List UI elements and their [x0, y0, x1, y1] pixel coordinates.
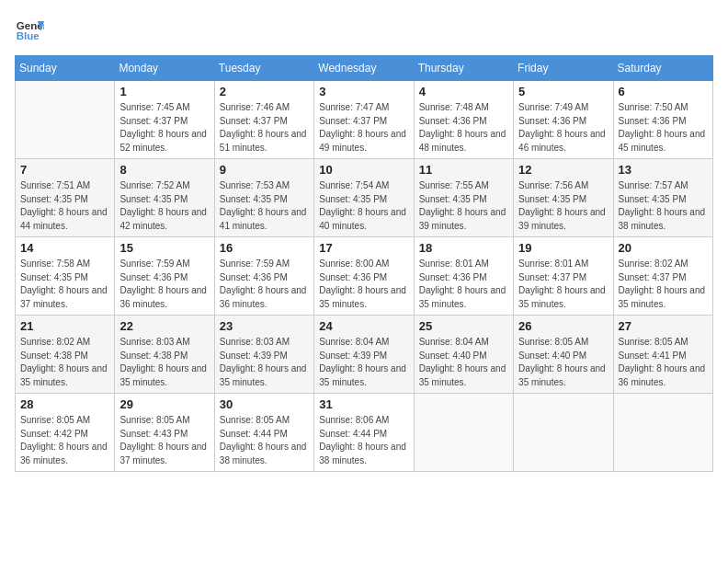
day-info: Sunrise: 7:50 AM Sunset: 4:36 PM Dayligh… — [619, 101, 708, 155]
calendar-cell: 15 Sunrise: 7:59 AM Sunset: 4:36 PM Dayl… — [115, 237, 214, 316]
calendar-cell: 28 Sunrise: 8:05 AM Sunset: 4:42 PM Dayl… — [16, 394, 115, 472]
weekday-header-friday: Friday — [514, 56, 613, 81]
calendar-cell: 21 Sunrise: 8:02 AM Sunset: 4:38 PM Dayl… — [16, 316, 115, 394]
weekday-header-wednesday: Wednesday — [314, 56, 414, 81]
day-number: 2 — [220, 85, 309, 98]
calendar-cell: 1 Sunrise: 7:45 AM Sunset: 4:37 PM Dayli… — [115, 81, 214, 159]
day-number: 13 — [619, 163, 708, 177]
day-info: Sunrise: 8:03 AM Sunset: 4:38 PM Dayligh… — [119, 336, 209, 389]
day-number: 31 — [319, 397, 408, 411]
day-info: Sunrise: 7:52 AM Sunset: 4:35 PM Dayligh… — [119, 179, 209, 233]
weekday-header-tuesday: Tuesday — [214, 56, 313, 81]
calendar-cell: 3 Sunrise: 7:47 AM Sunset: 4:37 PM Dayli… — [314, 81, 414, 159]
calendar-cell: 25 Sunrise: 8:04 AM Sunset: 4:40 PM Dayl… — [414, 316, 513, 394]
day-info: Sunrise: 7:51 AM Sunset: 4:35 PM Dayligh… — [20, 179, 109, 233]
weekday-header-monday: Monday — [115, 56, 214, 81]
day-number: 12 — [518, 163, 608, 177]
day-info: Sunrise: 8:00 AM Sunset: 4:36 PM Dayligh… — [319, 258, 408, 311]
day-number: 16 — [220, 241, 309, 255]
calendar-cell: 26 Sunrise: 8:05 AM Sunset: 4:40 PM Dayl… — [514, 316, 613, 394]
day-info: Sunrise: 7:49 AM Sunset: 4:36 PM Dayligh… — [518, 101, 608, 155]
day-info: Sunrise: 7:48 AM Sunset: 4:36 PM Dayligh… — [419, 101, 508, 155]
weekday-header-sunday: Sunday — [16, 56, 115, 81]
day-number: 25 — [419, 319, 508, 333]
calendar-cell: 4 Sunrise: 7:48 AM Sunset: 4:36 PM Dayli… — [414, 81, 513, 159]
calendar-cell: 8 Sunrise: 7:52 AM Sunset: 4:35 PM Dayli… — [115, 159, 214, 237]
calendar-cell — [16, 81, 115, 159]
day-number: 28 — [20, 397, 109, 411]
calendar-cell: 12 Sunrise: 7:56 AM Sunset: 4:35 PM Dayl… — [514, 159, 613, 237]
calendar-cell: 20 Sunrise: 8:02 AM Sunset: 4:37 PM Dayl… — [613, 237, 712, 316]
day-info: Sunrise: 7:58 AM Sunset: 4:35 PM Dayligh… — [20, 258, 109, 311]
logo-icon: General Blue — [15, 15, 44, 44]
day-number: 18 — [419, 241, 508, 255]
day-number: 27 — [619, 319, 708, 333]
day-info: Sunrise: 8:05 AM Sunset: 4:41 PM Dayligh… — [619, 336, 708, 389]
calendar-cell: 10 Sunrise: 7:54 AM Sunset: 4:35 PM Dayl… — [314, 159, 414, 237]
calendar-cell: 17 Sunrise: 8:00 AM Sunset: 4:36 PM Dayl… — [314, 237, 414, 316]
day-info: Sunrise: 7:53 AM Sunset: 4:35 PM Dayligh… — [220, 179, 309, 233]
day-number: 22 — [119, 319, 209, 333]
calendar-cell: 19 Sunrise: 8:01 AM Sunset: 4:37 PM Dayl… — [514, 237, 613, 316]
day-number: 7 — [20, 163, 109, 177]
calendar-cell: 6 Sunrise: 7:50 AM Sunset: 4:36 PM Dayli… — [613, 81, 712, 159]
day-info: Sunrise: 8:05 AM Sunset: 4:43 PM Dayligh… — [119, 414, 209, 467]
day-info: Sunrise: 8:04 AM Sunset: 4:40 PM Dayligh… — [419, 336, 508, 389]
calendar-cell: 30 Sunrise: 8:05 AM Sunset: 4:44 PM Dayl… — [214, 394, 313, 472]
logo: General Blue — [15, 15, 44, 44]
day-number: 30 — [220, 397, 309, 411]
day-info: Sunrise: 8:05 AM Sunset: 4:40 PM Dayligh… — [518, 336, 608, 389]
calendar-cell: 23 Sunrise: 8:03 AM Sunset: 4:39 PM Dayl… — [214, 316, 313, 394]
calendar-table: SundayMondayTuesdayWednesdayThursdayFrid… — [15, 55, 713, 472]
day-info: Sunrise: 7:47 AM Sunset: 4:37 PM Dayligh… — [319, 101, 408, 155]
day-number: 8 — [119, 163, 209, 177]
calendar-cell: 5 Sunrise: 7:49 AM Sunset: 4:36 PM Dayli… — [514, 81, 613, 159]
day-info: Sunrise: 8:02 AM Sunset: 4:37 PM Dayligh… — [619, 258, 708, 311]
day-info: Sunrise: 8:03 AM Sunset: 4:39 PM Dayligh… — [220, 336, 309, 389]
day-info: Sunrise: 7:55 AM Sunset: 4:35 PM Dayligh… — [419, 179, 508, 233]
day-info: Sunrise: 7:59 AM Sunset: 4:36 PM Dayligh… — [220, 258, 309, 311]
calendar-cell: 2 Sunrise: 7:46 AM Sunset: 4:37 PM Dayli… — [214, 81, 313, 159]
day-info: Sunrise: 7:45 AM Sunset: 4:37 PM Dayligh… — [119, 101, 209, 155]
weekday-header-thursday: Thursday — [414, 56, 513, 81]
day-info: Sunrise: 7:46 AM Sunset: 4:37 PM Dayligh… — [220, 101, 309, 155]
calendar-cell: 18 Sunrise: 8:01 AM Sunset: 4:36 PM Dayl… — [414, 237, 513, 316]
day-info: Sunrise: 8:01 AM Sunset: 4:37 PM Dayligh… — [518, 258, 608, 311]
day-info: Sunrise: 8:02 AM Sunset: 4:38 PM Dayligh… — [20, 336, 109, 389]
calendar-cell: 22 Sunrise: 8:03 AM Sunset: 4:38 PM Dayl… — [115, 316, 214, 394]
day-number: 9 — [220, 163, 309, 177]
calendar-cell — [613, 394, 712, 472]
day-info: Sunrise: 8:06 AM Sunset: 4:44 PM Dayligh… — [319, 414, 408, 467]
day-info: Sunrise: 7:54 AM Sunset: 4:35 PM Dayligh… — [319, 179, 408, 233]
day-number: 15 — [119, 241, 209, 255]
day-number: 6 — [619, 85, 708, 98]
day-info: Sunrise: 8:01 AM Sunset: 4:36 PM Dayligh… — [419, 258, 508, 311]
day-info: Sunrise: 8:05 AM Sunset: 4:44 PM Dayligh… — [220, 414, 309, 467]
day-info: Sunrise: 7:59 AM Sunset: 4:36 PM Dayligh… — [119, 258, 209, 311]
day-number: 24 — [319, 319, 408, 333]
day-number: 26 — [518, 319, 608, 333]
day-number: 1 — [119, 85, 209, 98]
day-number: 4 — [419, 85, 508, 98]
calendar-cell: 11 Sunrise: 7:55 AM Sunset: 4:35 PM Dayl… — [414, 159, 513, 237]
day-number: 3 — [319, 85, 408, 98]
calendar-cell: 14 Sunrise: 7:58 AM Sunset: 4:35 PM Dayl… — [16, 237, 115, 316]
calendar-cell: 13 Sunrise: 7:57 AM Sunset: 4:35 PM Dayl… — [613, 159, 712, 237]
day-number: 29 — [119, 397, 209, 411]
day-number: 11 — [419, 163, 508, 177]
day-number: 17 — [319, 241, 408, 255]
calendar-cell: 7 Sunrise: 7:51 AM Sunset: 4:35 PM Dayli… — [16, 159, 115, 237]
calendar-cell — [514, 394, 613, 472]
calendar-cell: 29 Sunrise: 8:05 AM Sunset: 4:43 PM Dayl… — [115, 394, 214, 472]
day-info: Sunrise: 8:05 AM Sunset: 4:42 PM Dayligh… — [20, 414, 109, 467]
day-info: Sunrise: 7:56 AM Sunset: 4:35 PM Dayligh… — [518, 179, 608, 233]
calendar-cell: 27 Sunrise: 8:05 AM Sunset: 4:41 PM Dayl… — [613, 316, 712, 394]
day-number: 19 — [518, 241, 608, 255]
weekday-header-saturday: Saturday — [613, 56, 712, 81]
day-number: 5 — [518, 85, 608, 98]
svg-text:Blue: Blue — [17, 30, 40, 41]
day-info: Sunrise: 8:04 AM Sunset: 4:39 PM Dayligh… — [319, 336, 408, 389]
calendar-cell: 24 Sunrise: 8:04 AM Sunset: 4:39 PM Dayl… — [314, 316, 414, 394]
day-number: 14 — [20, 241, 109, 255]
calendar-cell: 16 Sunrise: 7:59 AM Sunset: 4:36 PM Dayl… — [214, 237, 313, 316]
